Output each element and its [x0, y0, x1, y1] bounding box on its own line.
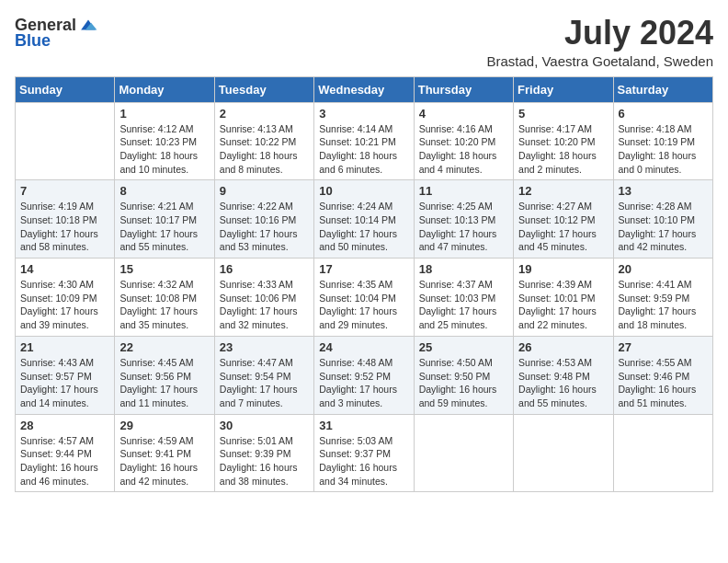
day-info: Sunrise: 4:21 AM Sunset: 10:17 PM Daylig…	[119, 200, 209, 254]
day-number: 29	[119, 419, 209, 432]
calendar-col-saturday: Saturday	[613, 76, 712, 102]
calendar-cell: 29Sunrise: 4:59 AM Sunset: 9:41 PM Dayli…	[115, 414, 214, 492]
calendar-cell: 5Sunrise: 4:17 AM Sunset: 10:20 PM Dayli…	[514, 102, 613, 180]
calendar-cell: 1Sunrise: 4:12 AM Sunset: 10:23 PM Dayli…	[115, 102, 214, 180]
title-block: July 2024 Brastad, Vaestra Goetaland, Sw…	[486, 15, 713, 69]
day-number: 24	[319, 340, 408, 354]
calendar-col-friday: Friday	[514, 76, 613, 102]
day-number: 8	[119, 184, 209, 198]
day-info: Sunrise: 5:01 AM Sunset: 9:39 PM Dayligh…	[220, 434, 309, 488]
day-number: 27	[619, 340, 708, 354]
day-number: 2	[220, 107, 309, 121]
calendar-cell: 16Sunrise: 4:33 AM Sunset: 10:06 PM Dayl…	[214, 259, 313, 337]
calendar-week-row: 1Sunrise: 4:12 AM Sunset: 10:23 PM Dayli…	[16, 102, 713, 180]
day-info: Sunrise: 4:32 AM Sunset: 10:08 PM Daylig…	[119, 278, 209, 332]
calendar-cell: 25Sunrise: 4:50 AM Sunset: 9:50 PM Dayli…	[414, 336, 513, 414]
calendar-cell: 13Sunrise: 4:28 AM Sunset: 10:10 PM Dayl…	[613, 180, 712, 259]
day-number: 12	[518, 184, 608, 198]
day-info: Sunrise: 4:39 AM Sunset: 10:01 PM Daylig…	[518, 278, 608, 332]
calendar-cell: 27Sunrise: 4:55 AM Sunset: 9:46 PM Dayli…	[613, 336, 712, 414]
day-info: Sunrise: 4:50 AM Sunset: 9:50 PM Dayligh…	[419, 356, 508, 410]
day-number: 21	[20, 340, 109, 354]
calendar-cell: 21Sunrise: 4:43 AM Sunset: 9:57 PM Dayli…	[16, 336, 115, 414]
day-info: Sunrise: 4:47 AM Sunset: 9:54 PM Dayligh…	[220, 356, 309, 410]
calendar-col-wednesday: Wednesday	[314, 76, 414, 102]
calendar-cell: 17Sunrise: 4:35 AM Sunset: 10:04 PM Dayl…	[314, 259, 414, 337]
location-text: Brastad, Vaestra Goetaland, Sweden	[486, 53, 713, 69]
day-info: Sunrise: 4:35 AM Sunset: 10:04 PM Daylig…	[319, 278, 408, 332]
day-number: 15	[119, 262, 209, 276]
day-number: 4	[419, 107, 508, 121]
day-info: Sunrise: 4:18 AM Sunset: 10:19 PM Daylig…	[619, 122, 708, 177]
day-info: Sunrise: 4:17 AM Sunset: 10:20 PM Daylig…	[518, 122, 608, 177]
day-number: 7	[20, 184, 109, 198]
day-info: Sunrise: 4:48 AM Sunset: 9:52 PM Dayligh…	[319, 356, 408, 410]
day-number: 14	[20, 262, 109, 276]
day-info: Sunrise: 4:14 AM Sunset: 10:21 PM Daylig…	[319, 122, 408, 177]
day-number: 9	[220, 184, 309, 198]
day-number: 16	[220, 262, 309, 276]
day-number: 31	[319, 419, 408, 432]
day-number: 26	[518, 340, 608, 354]
day-info: Sunrise: 4:41 AM Sunset: 9:59 PM Dayligh…	[619, 278, 708, 332]
day-info: Sunrise: 4:55 AM Sunset: 9:46 PM Dayligh…	[619, 356, 708, 410]
calendar-cell	[16, 102, 115, 180]
day-info: Sunrise: 4:13 AM Sunset: 10:22 PM Daylig…	[220, 122, 309, 177]
day-number: 1	[119, 107, 209, 121]
day-info: Sunrise: 5:03 AM Sunset: 9:37 PM Dayligh…	[319, 434, 408, 488]
day-info: Sunrise: 4:33 AM Sunset: 10:06 PM Daylig…	[220, 278, 309, 332]
calendar-week-row: 21Sunrise: 4:43 AM Sunset: 9:57 PM Dayli…	[16, 336, 713, 414]
calendar-cell: 12Sunrise: 4:27 AM Sunset: 10:12 PM Dayl…	[514, 180, 613, 259]
calendar-cell: 10Sunrise: 4:24 AM Sunset: 10:14 PM Dayl…	[314, 180, 414, 259]
calendar-cell: 8Sunrise: 4:21 AM Sunset: 10:17 PM Dayli…	[115, 180, 214, 259]
day-number: 20	[619, 262, 708, 276]
day-number: 3	[319, 107, 408, 121]
calendar-cell: 22Sunrise: 4:45 AM Sunset: 9:56 PM Dayli…	[115, 336, 214, 414]
day-number: 30	[220, 419, 309, 432]
calendar-table: SundayMondayTuesdayWednesdayThursdayFrid…	[15, 76, 713, 493]
calendar-week-row: 14Sunrise: 4:30 AM Sunset: 10:09 PM Dayl…	[16, 259, 713, 337]
calendar-cell	[514, 414, 613, 492]
logo-blue-text: Blue	[15, 31, 51, 51]
calendar-header-row: SundayMondayTuesdayWednesdayThursdayFrid…	[16, 76, 713, 102]
day-number: 17	[319, 262, 408, 276]
day-number: 6	[619, 107, 708, 121]
calendar-cell: 24Sunrise: 4:48 AM Sunset: 9:52 PM Dayli…	[314, 336, 414, 414]
day-number: 19	[518, 262, 608, 276]
day-info: Sunrise: 4:53 AM Sunset: 9:48 PM Dayligh…	[518, 356, 608, 410]
logo-icon	[78, 15, 98, 35]
calendar-cell: 19Sunrise: 4:39 AM Sunset: 10:01 PM Dayl…	[514, 259, 613, 337]
calendar-cell: 20Sunrise: 4:41 AM Sunset: 9:59 PM Dayli…	[613, 259, 712, 337]
day-info: Sunrise: 4:28 AM Sunset: 10:10 PM Daylig…	[619, 200, 708, 254]
day-number: 13	[619, 184, 708, 198]
day-number: 25	[419, 340, 508, 354]
day-info: Sunrise: 4:59 AM Sunset: 9:41 PM Dayligh…	[119, 434, 209, 488]
day-number: 18	[419, 262, 508, 276]
calendar-cell: 9Sunrise: 4:22 AM Sunset: 10:16 PM Dayli…	[214, 180, 313, 259]
calendar-cell: 6Sunrise: 4:18 AM Sunset: 10:19 PM Dayli…	[613, 102, 712, 180]
day-info: Sunrise: 4:16 AM Sunset: 10:20 PM Daylig…	[419, 122, 508, 177]
day-info: Sunrise: 4:43 AM Sunset: 9:57 PM Dayligh…	[20, 356, 109, 410]
calendar-cell: 31Sunrise: 5:03 AM Sunset: 9:37 PM Dayli…	[314, 414, 414, 492]
day-info: Sunrise: 4:30 AM Sunset: 10:09 PM Daylig…	[20, 278, 109, 332]
day-info: Sunrise: 4:45 AM Sunset: 9:56 PM Dayligh…	[119, 356, 209, 410]
calendar-cell: 14Sunrise: 4:30 AM Sunset: 10:09 PM Dayl…	[16, 259, 115, 337]
page-header: General Blue July 2024 Brastad, Vaestra …	[15, 15, 713, 69]
calendar-col-tuesday: Tuesday	[214, 76, 313, 102]
day-number: 11	[419, 184, 508, 198]
day-info: Sunrise: 4:19 AM Sunset: 10:18 PM Daylig…	[20, 200, 109, 254]
day-number: 23	[220, 340, 309, 354]
calendar-cell: 11Sunrise: 4:25 AM Sunset: 10:13 PM Dayl…	[414, 180, 513, 259]
calendar-cell: 23Sunrise: 4:47 AM Sunset: 9:54 PM Dayli…	[214, 336, 313, 414]
day-info: Sunrise: 4:57 AM Sunset: 9:44 PM Dayligh…	[20, 434, 109, 488]
calendar-week-row: 7Sunrise: 4:19 AM Sunset: 10:18 PM Dayli…	[16, 180, 713, 259]
calendar-week-row: 28Sunrise: 4:57 AM Sunset: 9:44 PM Dayli…	[16, 414, 713, 492]
calendar-cell: 7Sunrise: 4:19 AM Sunset: 10:18 PM Dayli…	[16, 180, 115, 259]
calendar-cell: 18Sunrise: 4:37 AM Sunset: 10:03 PM Dayl…	[414, 259, 513, 337]
calendar-cell: 26Sunrise: 4:53 AM Sunset: 9:48 PM Dayli…	[514, 336, 613, 414]
day-number: 10	[319, 184, 408, 198]
day-info: Sunrise: 4:25 AM Sunset: 10:13 PM Daylig…	[419, 200, 508, 254]
calendar-cell	[414, 414, 513, 492]
day-number: 28	[20, 419, 109, 432]
calendar-cell: 4Sunrise: 4:16 AM Sunset: 10:20 PM Dayli…	[414, 102, 513, 180]
